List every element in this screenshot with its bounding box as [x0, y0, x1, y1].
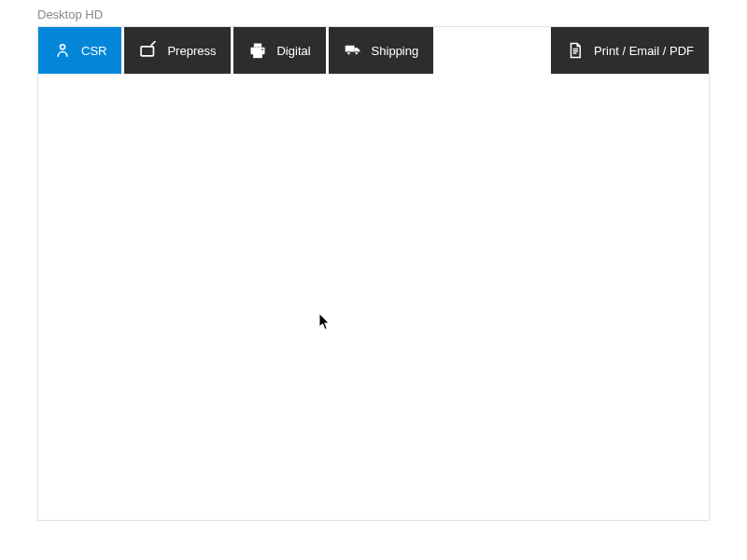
toolbar-spacer [436, 27, 548, 74]
tab-prepress-label: Prepress [167, 44, 216, 58]
svg-rect-3 [254, 44, 261, 48]
truck-icon [344, 41, 362, 60]
tab-print-email-pdf-label: Print / Email / PDF [594, 44, 694, 58]
svg-point-0 [60, 45, 64, 49]
svg-rect-4 [254, 53, 261, 58]
tab-digital-label: Digital [276, 44, 310, 58]
printer-icon [248, 41, 267, 60]
mouse-cursor-icon [318, 313, 331, 335]
tab-csr[interactable]: CSR [38, 27, 121, 74]
tab-digital[interactable]: Digital [233, 27, 325, 74]
svg-point-7 [346, 51, 349, 54]
tablet-pen-icon [139, 41, 158, 60]
tab-csr-label: CSR [81, 44, 106, 58]
svg-rect-6 [345, 46, 354, 52]
content-area [38, 74, 709, 520]
app-window: CSR Prepress Digital [37, 26, 710, 521]
tab-shipping[interactable]: Shipping [329, 27, 434, 74]
person-icon [53, 41, 72, 60]
svg-point-8 [355, 51, 358, 54]
svg-rect-1 [142, 47, 154, 56]
window-title: Desktop HD [0, 0, 747, 27]
document-icon [566, 41, 585, 60]
tab-print-email-pdf[interactable]: Print / Email / PDF [551, 27, 709, 74]
svg-point-5 [262, 49, 264, 50]
tab-prepress[interactable]: Prepress [124, 27, 231, 74]
tab-shipping-label: Shipping [372, 44, 419, 58]
toolbar: CSR Prepress Digital [38, 27, 709, 74]
